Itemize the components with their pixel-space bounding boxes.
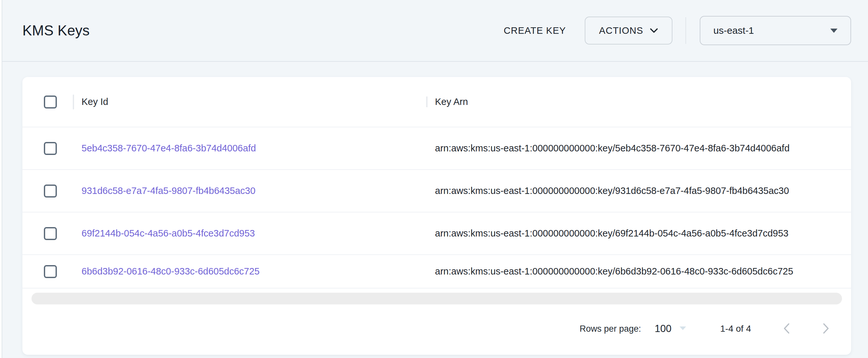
pagination-bar: Rows per page: 100 1-4 of 4 bbox=[23, 304, 851, 353]
table-row: 931d6c58-e7a7-4fa5-9807-fb4b6435ac30 arn… bbox=[23, 170, 851, 212]
actions-dropdown-label: ACTIONS bbox=[599, 25, 643, 36]
chevron-left-icon bbox=[782, 322, 791, 336]
column-header-key-id: Key Id bbox=[82, 96, 108, 107]
key-arn-text: arn:aws:kms:us-east-1:000000000000:key/9… bbox=[435, 185, 789, 196]
row-checkbox[interactable] bbox=[44, 142, 57, 155]
column-header-key-arn: Key Arn bbox=[435, 96, 468, 107]
horizontal-scrollbar-thumb[interactable] bbox=[32, 293, 842, 304]
page-header: KMS Keys CREATE KEY ACTIONS us-east-1 bbox=[2, 0, 868, 62]
kms-keys-page: KMS Keys CREATE KEY ACTIONS us-east-1 bbox=[2, 0, 868, 358]
rows-per-page-select[interactable]: 100 bbox=[655, 323, 686, 335]
keys-table-card: Key Id Key Arn 5eb4c358-7670-47e4-8fa6-3… bbox=[23, 77, 851, 355]
key-id-link[interactable]: 69f2144b-054c-4a56-a0b5-4fce3d7cd953 bbox=[82, 228, 255, 239]
row-checkbox[interactable] bbox=[44, 265, 57, 278]
region-select[interactable]: us-east-1 bbox=[700, 16, 851, 45]
actions-dropdown-button[interactable]: ACTIONS bbox=[585, 17, 673, 44]
row-checkbox[interactable] bbox=[44, 184, 57, 198]
key-id-link[interactable]: 5eb4c358-7670-47e4-8fa6-3b74d4006afd bbox=[82, 143, 256, 154]
key-arn-text: arn:aws:kms:us-east-1:000000000000:key/6… bbox=[435, 266, 793, 277]
horizontal-scrollbar-track bbox=[23, 289, 851, 304]
chevron-right-icon bbox=[822, 322, 830, 336]
page-title: KMS Keys bbox=[23, 22, 90, 39]
region-select-value: us-east-1 bbox=[713, 25, 754, 36]
key-arn-text: arn:aws:kms:us-east-1:000000000000:key/6… bbox=[435, 228, 788, 239]
table-row: 5eb4c358-7670-47e4-8fa6-3b74d4006afd arn… bbox=[23, 127, 851, 170]
select-caret-icon bbox=[679, 326, 686, 332]
key-id-link[interactable]: 931d6c58-e7a7-4fa5-9807-fb4b6435ac30 bbox=[82, 185, 255, 196]
header-divider bbox=[685, 17, 686, 44]
rows-per-page-label: Rows per page: bbox=[580, 324, 641, 334]
row-checkbox[interactable] bbox=[44, 227, 57, 240]
rows-per-page-value: 100 bbox=[655, 323, 672, 335]
next-page-button[interactable] bbox=[822, 322, 830, 336]
pagination-range-label: 1-4 of 4 bbox=[720, 324, 751, 334]
select-all-checkbox[interactable] bbox=[44, 95, 57, 109]
key-id-link[interactable]: 6b6d3b92-0616-48c0-933c-6d605dc6c725 bbox=[82, 266, 259, 277]
content-area: Key Id Key Arn 5eb4c358-7670-47e4-8fa6-3… bbox=[2, 62, 868, 355]
create-key-button[interactable]: CREATE KEY bbox=[504, 25, 566, 36]
table-row: 69f2144b-054c-4a56-a0b5-4fce3d7cd953 arn… bbox=[23, 212, 851, 255]
chevron-down-icon bbox=[650, 28, 658, 33]
key-arn-text: arn:aws:kms:us-east-1:000000000000:key/5… bbox=[435, 143, 790, 154]
table-row: 6b6d3b92-0616-48c0-933c-6d605dc6c725 arn… bbox=[23, 255, 851, 289]
table-header-row: Key Id Key Arn bbox=[23, 77, 851, 127]
previous-page-button[interactable] bbox=[782, 322, 791, 336]
